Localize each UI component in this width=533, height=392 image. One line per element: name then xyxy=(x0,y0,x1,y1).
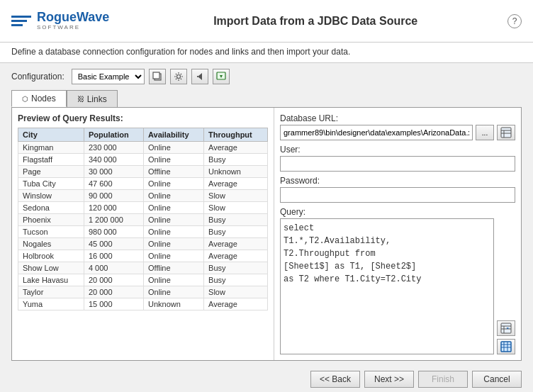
password-label: Password: xyxy=(280,176,515,186)
col-population: Population xyxy=(84,128,143,142)
table-cell: Average xyxy=(204,298,268,310)
table-cell: Offline xyxy=(143,262,203,274)
svg-rect-15 xyxy=(501,128,511,138)
table-cell: Holbrook xyxy=(18,250,84,262)
logo-software: SOFTWARE xyxy=(37,25,109,31)
query-label: Query: xyxy=(280,207,515,217)
svg-line-7 xyxy=(176,74,176,74)
user-label: User: xyxy=(280,145,515,155)
user-input[interactable] xyxy=(280,156,515,172)
config-label: Configuration: xyxy=(11,72,64,82)
table-cell: Taylor xyxy=(18,286,84,298)
back-arrow-icon xyxy=(195,72,205,82)
table-row: Sedona120 000OnlineSlow xyxy=(18,202,268,214)
cancel-button[interactable]: Cancel xyxy=(472,371,522,388)
table-cell: Online xyxy=(143,238,203,250)
table-cell: 20 000 xyxy=(84,274,143,286)
table-cell: 30 000 xyxy=(84,166,143,178)
table-cell: Busy xyxy=(204,154,268,166)
table-cell: Average xyxy=(204,142,268,154)
logo-line-1 xyxy=(11,16,31,18)
table-row: Phoenix1 200 000OnlineBusy xyxy=(18,214,268,226)
svg-line-8 xyxy=(180,79,181,79)
table-row: Flagstaff340 000OnlineBusy xyxy=(18,154,268,166)
db-url-input[interactable] xyxy=(280,125,473,140)
table-cell: Phoenix xyxy=(18,214,84,226)
table-cell: Winslow xyxy=(18,190,84,202)
table-cell: 340 000 xyxy=(84,154,143,166)
logo-line-2 xyxy=(11,20,27,22)
table-row: Taylor20 000OnlineSlow xyxy=(18,286,268,298)
table-cell: Tucson xyxy=(18,226,84,238)
col-throughput: Throughput xyxy=(204,128,268,142)
table-row: Yuma15 000UnknownAverage xyxy=(18,298,268,310)
db-url-row: ... xyxy=(280,125,515,140)
header: RogueWave SOFTWARE Import Data from a JD… xyxy=(0,0,533,43)
table-cell: Busy xyxy=(204,262,268,274)
toolbar-import-button[interactable] xyxy=(213,69,230,84)
table-cell: Online xyxy=(143,178,203,190)
query-icon-col xyxy=(497,218,515,354)
table-row: Tucson980 000OnlineBusy xyxy=(18,226,268,238)
table-cell: Sedona xyxy=(18,202,84,214)
tab-nodes[interactable]: ⬡ Nodes xyxy=(11,90,67,107)
table-cell: 45 000 xyxy=(84,238,143,250)
table-cell: Online xyxy=(143,202,203,214)
table-row: Show Low4 000OfflineBusy xyxy=(18,262,268,274)
back-button[interactable]: << Back xyxy=(310,371,360,388)
table-cell: 15 000 xyxy=(84,298,143,310)
page-title: Import Data from a JDBC Data Source xyxy=(123,15,507,28)
help-button[interactable]: ? xyxy=(507,14,522,28)
subtitle-text: Define a database connection configurati… xyxy=(11,47,350,57)
query-execute-button[interactable] xyxy=(497,320,515,336)
table-cell: Online xyxy=(143,286,203,298)
query-table-button[interactable] xyxy=(497,339,515,354)
toolbar-copy-button[interactable] xyxy=(149,69,166,84)
browse-button[interactable]: ... xyxy=(476,125,494,140)
table-cell: Busy xyxy=(204,274,268,286)
nodes-tab-icon: ⬡ xyxy=(22,95,28,103)
table-cell: Average xyxy=(204,250,268,262)
right-panel: Database URL: ... User: xyxy=(274,108,521,360)
preview-label: Preview of Query Results: xyxy=(18,113,268,123)
subtitle-bar: Define a database connection configurati… xyxy=(0,43,533,63)
table-row: Holbrook16 000OnlineAverage xyxy=(18,250,268,262)
tab-links[interactable]: ⛓ Links xyxy=(67,90,118,107)
db-url-label: Database URL: xyxy=(280,113,515,123)
next-button[interactable]: Next >> xyxy=(364,371,414,388)
toolbar-settings-button[interactable] xyxy=(170,69,187,84)
table-icon xyxy=(500,127,512,138)
user-group: User: xyxy=(280,145,515,172)
table-row: Kingman230 000OnlineAverage xyxy=(18,142,268,154)
toolbar: Configuration: Basic Example Custom xyxy=(0,63,533,87)
logo-rogue: RogueWave xyxy=(37,11,109,25)
col-availability: Availability xyxy=(143,128,203,142)
table-cell: Average xyxy=(204,238,268,250)
table2-icon xyxy=(500,341,512,352)
password-input[interactable] xyxy=(280,187,515,203)
table-cell: Yuma xyxy=(18,298,84,310)
svg-rect-24 xyxy=(501,342,511,352)
svg-point-2 xyxy=(176,75,180,79)
table-cell: Flagstaff xyxy=(18,154,84,166)
db-url-group: Database URL: ... xyxy=(280,113,515,140)
table-cell: Unknown xyxy=(204,166,268,178)
bottom-bar: << Back Next >> Finish Cancel xyxy=(0,366,533,392)
db-connect-button[interactable] xyxy=(497,125,515,140)
logo-text: RogueWave SOFTWARE xyxy=(37,11,109,31)
table-cell: Busy xyxy=(204,214,268,226)
table-cell: Page xyxy=(18,166,84,178)
table-cell: Online xyxy=(143,226,203,238)
query-textarea[interactable] xyxy=(280,218,494,354)
finish-button[interactable]: Finish xyxy=(418,371,468,388)
table-cell: Online xyxy=(143,274,203,286)
main-window: RogueWave SOFTWARE Import Data from a JD… xyxy=(0,0,533,392)
password-row xyxy=(280,187,515,203)
table-cell: Slow xyxy=(204,202,268,214)
config-dropdown[interactable]: Basic Example Custom xyxy=(72,69,145,84)
copy-icon xyxy=(152,72,162,82)
svg-line-10 xyxy=(176,79,176,79)
table-cell: 90 000 xyxy=(84,190,143,202)
execute-icon xyxy=(500,323,512,334)
toolbar-back-button[interactable] xyxy=(191,69,208,84)
